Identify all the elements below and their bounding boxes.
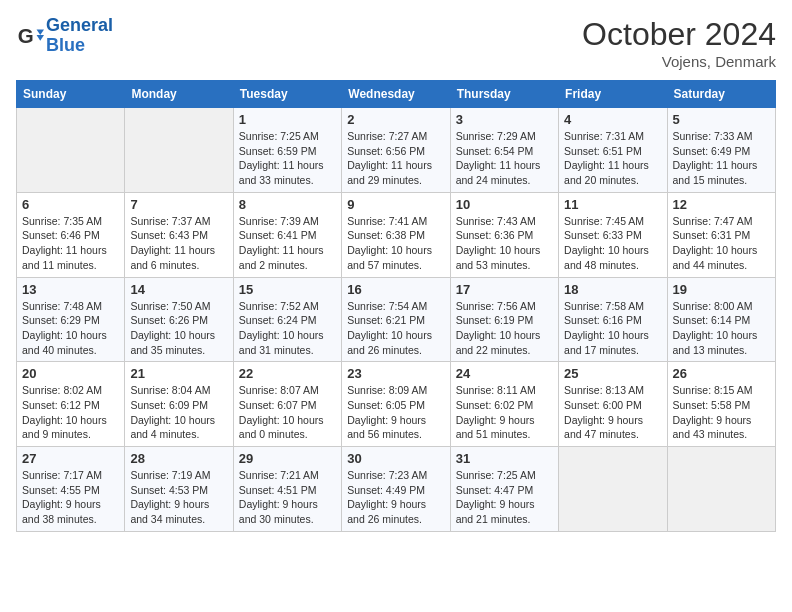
weekday-header-row: SundayMondayTuesdayWednesdayThursdayFrid… (17, 81, 776, 108)
logo-general: General (46, 15, 113, 35)
day-info: Sunrise: 8:15 AMSunset: 5:58 PMDaylight:… (673, 383, 770, 442)
calendar-cell: 25Sunrise: 8:13 AMSunset: 6:00 PMDayligh… (559, 362, 667, 447)
logo-text: General Blue (46, 16, 113, 56)
calendar-cell: 6Sunrise: 7:35 AMSunset: 6:46 PMDaylight… (17, 192, 125, 277)
weekday-header: Friday (559, 81, 667, 108)
day-info: Sunrise: 7:25 AMSunset: 4:47 PMDaylight:… (456, 468, 553, 527)
day-info: Sunrise: 8:04 AMSunset: 6:09 PMDaylight:… (130, 383, 227, 442)
svg-marker-2 (37, 35, 44, 41)
day-number: 4 (564, 112, 661, 127)
day-info: Sunrise: 7:45 AMSunset: 6:33 PMDaylight:… (564, 214, 661, 273)
day-number: 23 (347, 366, 444, 381)
calendar-cell: 12Sunrise: 7:47 AMSunset: 6:31 PMDayligh… (667, 192, 775, 277)
day-info: Sunrise: 7:52 AMSunset: 6:24 PMDaylight:… (239, 299, 336, 358)
calendar-cell: 23Sunrise: 8:09 AMSunset: 6:05 PMDayligh… (342, 362, 450, 447)
day-number: 17 (456, 282, 553, 297)
day-info: Sunrise: 7:37 AMSunset: 6:43 PMDaylight:… (130, 214, 227, 273)
calendar-cell (559, 447, 667, 532)
day-number: 26 (673, 366, 770, 381)
day-info: Sunrise: 7:50 AMSunset: 6:26 PMDaylight:… (130, 299, 227, 358)
day-number: 7 (130, 197, 227, 212)
calendar-cell: 27Sunrise: 7:17 AMSunset: 4:55 PMDayligh… (17, 447, 125, 532)
day-number: 2 (347, 112, 444, 127)
day-info: Sunrise: 8:00 AMSunset: 6:14 PMDaylight:… (673, 299, 770, 358)
weekday-header: Monday (125, 81, 233, 108)
day-number: 3 (456, 112, 553, 127)
day-info: Sunrise: 8:13 AMSunset: 6:00 PMDaylight:… (564, 383, 661, 442)
day-info: Sunrise: 7:17 AMSunset: 4:55 PMDaylight:… (22, 468, 119, 527)
calendar-cell: 19Sunrise: 8:00 AMSunset: 6:14 PMDayligh… (667, 277, 775, 362)
calendar-cell: 10Sunrise: 7:43 AMSunset: 6:36 PMDayligh… (450, 192, 558, 277)
day-info: Sunrise: 7:33 AMSunset: 6:49 PMDaylight:… (673, 129, 770, 188)
day-info: Sunrise: 7:31 AMSunset: 6:51 PMDaylight:… (564, 129, 661, 188)
day-info: Sunrise: 7:23 AMSunset: 4:49 PMDaylight:… (347, 468, 444, 527)
day-number: 20 (22, 366, 119, 381)
day-number: 27 (22, 451, 119, 466)
day-number: 12 (673, 197, 770, 212)
calendar-table: SundayMondayTuesdayWednesdayThursdayFrid… (16, 80, 776, 532)
calendar-cell (17, 108, 125, 193)
day-info: Sunrise: 8:09 AMSunset: 6:05 PMDaylight:… (347, 383, 444, 442)
day-info: Sunrise: 8:07 AMSunset: 6:07 PMDaylight:… (239, 383, 336, 442)
day-number: 19 (673, 282, 770, 297)
day-info: Sunrise: 7:41 AMSunset: 6:38 PMDaylight:… (347, 214, 444, 273)
calendar-cell (667, 447, 775, 532)
day-number: 25 (564, 366, 661, 381)
calendar-cell: 7Sunrise: 7:37 AMSunset: 6:43 PMDaylight… (125, 192, 233, 277)
day-number: 29 (239, 451, 336, 466)
title-block: October 2024 Vojens, Denmark (582, 16, 776, 70)
calendar-cell: 4Sunrise: 7:31 AMSunset: 6:51 PMDaylight… (559, 108, 667, 193)
svg-text:G: G (18, 23, 34, 46)
location-subtitle: Vojens, Denmark (582, 53, 776, 70)
calendar-cell: 2Sunrise: 7:27 AMSunset: 6:56 PMDaylight… (342, 108, 450, 193)
calendar-cell (125, 108, 233, 193)
calendar-cell: 17Sunrise: 7:56 AMSunset: 6:19 PMDayligh… (450, 277, 558, 362)
calendar-cell: 1Sunrise: 7:25 AMSunset: 6:59 PMDaylight… (233, 108, 341, 193)
calendar-cell: 13Sunrise: 7:48 AMSunset: 6:29 PMDayligh… (17, 277, 125, 362)
calendar-cell: 20Sunrise: 8:02 AMSunset: 6:12 PMDayligh… (17, 362, 125, 447)
day-number: 24 (456, 366, 553, 381)
day-info: Sunrise: 7:21 AMSunset: 4:51 PMDaylight:… (239, 468, 336, 527)
day-number: 14 (130, 282, 227, 297)
day-info: Sunrise: 7:58 AMSunset: 6:16 PMDaylight:… (564, 299, 661, 358)
day-number: 1 (239, 112, 336, 127)
calendar-week-row: 1Sunrise: 7:25 AMSunset: 6:59 PMDaylight… (17, 108, 776, 193)
day-number: 10 (456, 197, 553, 212)
day-info: Sunrise: 7:47 AMSunset: 6:31 PMDaylight:… (673, 214, 770, 273)
day-number: 31 (456, 451, 553, 466)
day-number: 8 (239, 197, 336, 212)
calendar-cell: 18Sunrise: 7:58 AMSunset: 6:16 PMDayligh… (559, 277, 667, 362)
day-number: 6 (22, 197, 119, 212)
month-title: October 2024 (582, 16, 776, 53)
day-info: Sunrise: 7:19 AMSunset: 4:53 PMDaylight:… (130, 468, 227, 527)
calendar-cell: 5Sunrise: 7:33 AMSunset: 6:49 PMDaylight… (667, 108, 775, 193)
weekday-header: Wednesday (342, 81, 450, 108)
weekday-header: Thursday (450, 81, 558, 108)
calendar-cell: 31Sunrise: 7:25 AMSunset: 4:47 PMDayligh… (450, 447, 558, 532)
day-number: 30 (347, 451, 444, 466)
calendar-cell: 26Sunrise: 8:15 AMSunset: 5:58 PMDayligh… (667, 362, 775, 447)
calendar-cell: 29Sunrise: 7:21 AMSunset: 4:51 PMDayligh… (233, 447, 341, 532)
page-header: G General Blue October 2024 Vojens, Denm… (16, 16, 776, 70)
day-number: 28 (130, 451, 227, 466)
calendar-week-row: 27Sunrise: 7:17 AMSunset: 4:55 PMDayligh… (17, 447, 776, 532)
logo-icon: G (16, 22, 44, 50)
day-info: Sunrise: 7:48 AMSunset: 6:29 PMDaylight:… (22, 299, 119, 358)
day-number: 18 (564, 282, 661, 297)
calendar-cell: 3Sunrise: 7:29 AMSunset: 6:54 PMDaylight… (450, 108, 558, 193)
day-number: 13 (22, 282, 119, 297)
calendar-cell: 24Sunrise: 8:11 AMSunset: 6:02 PMDayligh… (450, 362, 558, 447)
day-number: 22 (239, 366, 336, 381)
day-number: 9 (347, 197, 444, 212)
day-info: Sunrise: 7:25 AMSunset: 6:59 PMDaylight:… (239, 129, 336, 188)
day-info: Sunrise: 7:27 AMSunset: 6:56 PMDaylight:… (347, 129, 444, 188)
day-number: 16 (347, 282, 444, 297)
logo-blue: Blue (46, 35, 85, 55)
calendar-week-row: 20Sunrise: 8:02 AMSunset: 6:12 PMDayligh… (17, 362, 776, 447)
weekday-header: Sunday (17, 81, 125, 108)
day-info: Sunrise: 7:29 AMSunset: 6:54 PMDaylight:… (456, 129, 553, 188)
day-info: Sunrise: 7:56 AMSunset: 6:19 PMDaylight:… (456, 299, 553, 358)
day-number: 11 (564, 197, 661, 212)
day-number: 21 (130, 366, 227, 381)
weekday-header: Saturday (667, 81, 775, 108)
